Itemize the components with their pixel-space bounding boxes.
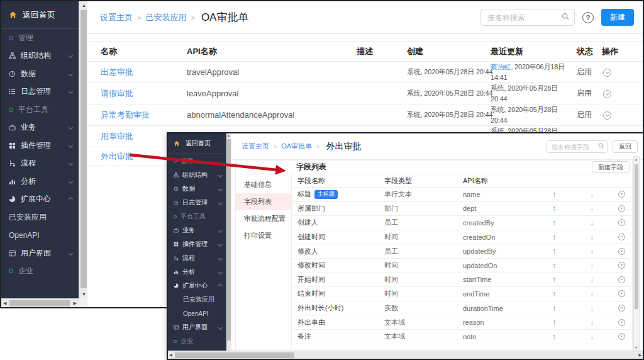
sidebar-item[interactable]: 插件管理 — [1, 137, 79, 155]
sidebar-item[interactable]: 已安装应用 — [1, 208, 79, 227]
sidebar-item[interactable]: 插件管理 — [168, 237, 226, 251]
new-button[interactable]: 新建 — [601, 9, 634, 26]
scroll-left-icon[interactable]: ◀ — [169, 353, 172, 357]
move-down-icon[interactable]: ↓ — [573, 318, 611, 327]
move-up-icon[interactable]: ↑ — [535, 190, 573, 199]
row-actions-icon[interactable] — [618, 205, 625, 212]
scroll-up-icon[interactable]: ▲ — [82, 3, 86, 8]
move-down-icon[interactable]: ↓ — [573, 204, 611, 213]
sidebar-item[interactable]: 分析 — [168, 265, 226, 279]
app-name-link[interactable]: 出差审批 — [101, 67, 133, 77]
move-down-icon[interactable]: ↓ — [573, 190, 611, 199]
sidebar-item[interactable]: 扩展中心 — [168, 279, 226, 293]
move-down-icon[interactable]: ↓ — [573, 290, 611, 298]
row-actions-icon[interactable] — [618, 276, 625, 283]
scroll-up-icon[interactable]: ▲ — [635, 158, 638, 161]
subnav-item[interactable]: 审批流程配置 — [236, 210, 291, 227]
sidebar-item[interactable]: 流程 — [168, 251, 226, 265]
sidebar-item[interactable]: 组织结构 — [168, 168, 226, 182]
move-down-icon[interactable]: ↓ — [573, 261, 611, 270]
sidebar-item[interactable]: 流程 — [1, 155, 79, 173]
sidebar-horizontal-scrollbar[interactable]: ◀ ▶ — [1, 298, 79, 307]
scroll-up-icon[interactable]: ▲ — [227, 134, 230, 137]
scrollbar-thumb[interactable] — [635, 164, 638, 309]
move-up-icon[interactable]: ↑ — [535, 261, 573, 270]
sidebar-item[interactable]: 用户界面 — [1, 244, 79, 262]
move-down-icon[interactable]: ↓ — [573, 275, 611, 284]
breadcrumb-link[interactable]: OA审批单 — [281, 142, 312, 151]
subnav-item[interactable]: 打印设置 — [236, 227, 291, 244]
row-actions-icon[interactable] — [618, 248, 625, 255]
row-actions-icon[interactable] — [603, 111, 611, 120]
new-field-button[interactable]: 新建字段 — [592, 161, 630, 173]
sidebar-item[interactable]: 日志管理 — [1, 83, 79, 101]
window-horizontal-scrollbar[interactable]: ◀ ▶ — [168, 351, 643, 359]
sidebar-item[interactable]: 数据 — [168, 182, 226, 196]
sidebar-item[interactable]: 管理 — [1, 29, 79, 47]
sidebar-item[interactable]: 扩展中心 — [1, 191, 79, 209]
scroll-right-icon[interactable]: ▶ — [638, 353, 641, 357]
scrollbar-thumb[interactable] — [175, 352, 294, 358]
move-up-icon[interactable]: ↑ — [535, 275, 573, 284]
back-button[interactable]: 返回 — [613, 140, 638, 153]
move-up-icon[interactable]: ↑ — [535, 233, 573, 242]
subnav-item[interactable]: 字段列表 — [236, 193, 291, 210]
help-icon[interactable]: ? — [582, 12, 594, 23]
scrollbar-thumb[interactable] — [227, 139, 231, 340]
row-actions-icon[interactable] — [618, 191, 625, 198]
move-down-icon[interactable]: ↓ — [573, 332, 611, 341]
search-input[interactable] — [480, 9, 575, 26]
sidebar-home-button[interactable]: 返回首页 — [168, 133, 226, 154]
sidebar-item[interactable]: 企业 — [1, 262, 79, 281]
move-down-icon[interactable]: ↓ — [573, 218, 611, 227]
scroll-down-icon[interactable]: ▼ — [635, 346, 638, 349]
row-actions-icon[interactable] — [618, 219, 625, 226]
sidebar-item[interactable]: 平台工具 — [168, 210, 226, 223]
move-up-icon[interactable]: ↑ — [535, 218, 573, 227]
breadcrumb-link[interactable]: 设置主页 — [100, 12, 133, 23]
row-actions-icon[interactable] — [618, 305, 625, 312]
subnav-item[interactable]: 基础信息 — [236, 176, 291, 193]
sidebar-item[interactable]: 业务 — [168, 223, 226, 237]
sidebar-vertical-scrollbar[interactable]: ▲ — [226, 133, 231, 351]
row-actions-icon[interactable] — [618, 290, 625, 297]
move-up-icon[interactable]: ↑ — [535, 304, 573, 313]
row-actions-icon[interactable] — [618, 319, 625, 326]
move-up-icon[interactable]: ↑ — [535, 204, 573, 213]
move-up-icon[interactable]: ↑ — [535, 332, 573, 341]
move-up-icon[interactable]: ↑ — [535, 290, 573, 298]
scrollbar-thumb[interactable] — [80, 10, 87, 288]
app-name-link[interactable]: 外出审批 — [101, 152, 133, 161]
sidebar-item[interactable]: 业务 — [1, 119, 79, 137]
app-name-link[interactable]: 请假审批 — [101, 89, 133, 98]
sidebar-item[interactable]: 数据 — [1, 65, 79, 83]
breadcrumb-link[interactable]: 已安装应用 — [145, 12, 186, 23]
move-up-icon[interactable]: ↑ — [535, 318, 573, 327]
sidebar-item[interactable]: 分析 — [1, 172, 79, 191]
sidebar-item[interactable]: OpenAPI — [168, 307, 226, 320]
row-actions-icon[interactable] — [618, 262, 625, 269]
scroll-right-icon[interactable]: ▶ — [74, 301, 77, 305]
row-actions-icon[interactable] — [618, 233, 625, 240]
scrollbar-thumb[interactable] — [9, 300, 70, 307]
app-name-link[interactable]: 用章审批 — [101, 132, 133, 141]
sidebar-item[interactable]: 平台工具 — [1, 101, 79, 119]
sidebar-item[interactable]: 组织结构 — [1, 47, 79, 65]
row-actions-icon[interactable] — [603, 90, 611, 98]
move-down-icon[interactable]: ↓ — [573, 304, 611, 313]
sidebar-item[interactable]: 管理 — [168, 154, 226, 168]
row-actions-icon[interactable] — [603, 69, 611, 77]
move-up-icon[interactable]: ↑ — [535, 247, 573, 256]
scroll-left-icon[interactable]: ◀ — [3, 301, 6, 305]
sidebar-item[interactable]: 用户界面 — [168, 320, 226, 334]
breadcrumb-link[interactable]: 设置主页 — [242, 142, 269, 151]
row-actions-icon[interactable] — [618, 333, 625, 340]
sidebar-home-button[interactable]: 返回首页 — [1, 1, 79, 29]
sidebar-vertical-scrollbar[interactable]: ▲ ▼ — [79, 1, 87, 298]
sidebar-item[interactable]: 日志管理 — [168, 196, 226, 210]
app-name-link[interactable]: 异常考勤审批 — [101, 110, 150, 120]
sidebar-item[interactable]: 已安装应用 — [168, 293, 226, 307]
sidebar-item[interactable]: OpenAPI — [1, 227, 79, 245]
panel-vertical-scrollbar[interactable]: ▲ ▼ — [633, 156, 640, 351]
scroll-down-icon[interactable]: ▼ — [82, 292, 86, 296]
